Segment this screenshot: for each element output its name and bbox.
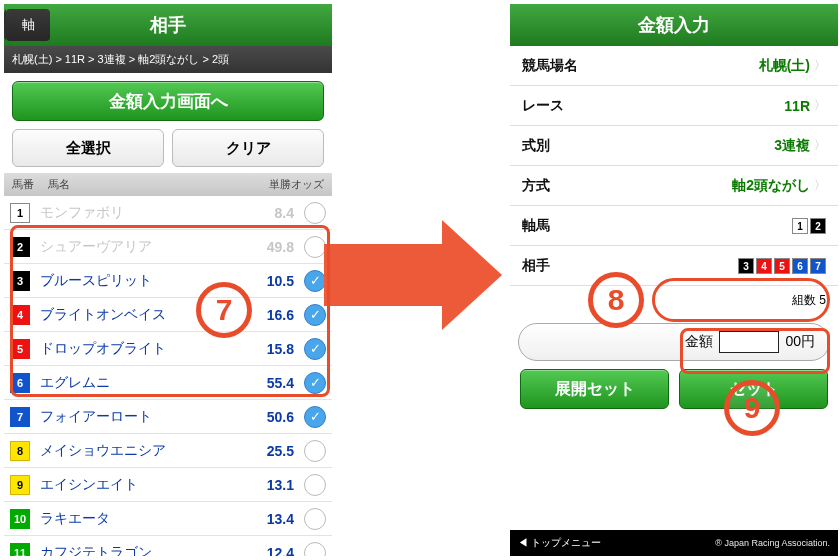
select-toggle[interactable]	[304, 542, 326, 557]
horse-number: 9	[10, 475, 30, 495]
summary-value: 11R	[564, 98, 810, 114]
horse-row[interactable]: 8メイショウエニシア25.5	[4, 434, 332, 468]
summary-row[interactable]: 式別3連複〉	[510, 126, 838, 166]
th-num: 馬番	[12, 177, 48, 192]
callout-badge-8: 8	[588, 272, 644, 328]
axis-label: 軸馬	[522, 217, 550, 235]
summary-value: 3連複	[550, 137, 810, 155]
horse-row[interactable]: 10ラキエータ13.4	[4, 502, 332, 536]
horse-name: モンファボリ	[40, 204, 246, 222]
left-header: 軸 相手	[4, 4, 332, 46]
horse-number: 7	[10, 407, 30, 427]
summary-row[interactable]: 方式軸2頭ながし〉	[510, 166, 838, 206]
th-name: 馬名	[48, 177, 260, 192]
summary-value: 札幌(土)	[578, 57, 810, 75]
back-button[interactable]: 軸	[6, 9, 50, 41]
axis-row: 軸馬 12	[510, 206, 838, 246]
chevron-right-icon: 〉	[814, 177, 826, 194]
horse-odds: 8.4	[246, 205, 300, 221]
expand-set-button[interactable]: 展開セット	[520, 369, 669, 409]
select-toggle[interactable]	[304, 508, 326, 530]
to-amount-button[interactable]: 金額入力画面へ	[12, 81, 324, 121]
chevron-right-icon: 〉	[814, 137, 826, 154]
arrow-icon	[324, 220, 514, 330]
chevron-right-icon: 〉	[814, 97, 826, 114]
callout-box-7	[10, 225, 330, 397]
table-header: 馬番 馬名 単勝オッズ	[4, 173, 332, 196]
summary-row[interactable]: 競馬場名札幌(土)〉	[510, 46, 838, 86]
horse-number: 10	[10, 509, 30, 529]
right-header: 金額入力	[510, 4, 838, 46]
horse-name: エイシンエイト	[40, 476, 246, 494]
number-chip: 4	[756, 258, 772, 274]
horse-number: 1	[10, 203, 30, 223]
clear-button[interactable]: クリア	[172, 129, 324, 167]
summary-key: 競馬場名	[522, 57, 578, 75]
select-toggle[interactable]	[304, 202, 326, 224]
summary-value: 軸2頭ながし	[550, 177, 810, 195]
horse-odds: 13.1	[246, 477, 300, 493]
select-all-button[interactable]: 全選択	[12, 129, 164, 167]
footer: ◀ トップメニュー ® Japan Racing Association.	[510, 530, 838, 556]
horse-odds: 25.5	[246, 443, 300, 459]
horse-row[interactable]: 11カフジテトラゴン12.4	[4, 536, 332, 556]
callout-box-9	[680, 328, 830, 374]
right-title: 金額入力	[510, 13, 838, 37]
chevron-right-icon: 〉	[814, 57, 826, 74]
select-toggle[interactable]	[304, 474, 326, 496]
horse-row[interactable]: 7フォイアーロート50.6✓	[4, 400, 332, 434]
summary-key: 式別	[522, 137, 550, 155]
horse-odds: 12.4	[246, 545, 300, 557]
horse-name: ラキエータ	[40, 510, 246, 528]
number-chip: 3	[738, 258, 754, 274]
number-chip: 6	[792, 258, 808, 274]
summary-key: 方式	[522, 177, 550, 195]
footer-top-menu[interactable]: ◀ トップメニュー	[518, 536, 715, 550]
number-chip: 2	[810, 218, 826, 234]
callout-badge-7: 7	[196, 282, 252, 338]
horse-odds: 13.4	[246, 511, 300, 527]
th-odds: 単勝オッズ	[260, 177, 324, 192]
horse-name: カフジテトラゴン	[40, 544, 246, 557]
horse-row[interactable]: 9エイシンエイト13.1	[4, 468, 332, 502]
footer-copyright: ® Japan Racing Association.	[715, 538, 830, 548]
select-toggle[interactable]: ✓	[304, 406, 326, 428]
horse-number: 11	[10, 543, 30, 557]
horse-odds: 50.6	[246, 409, 300, 425]
select-toggle[interactable]	[304, 440, 326, 462]
horse-name: メイショウエニシア	[40, 442, 246, 460]
number-chip: 1	[792, 218, 808, 234]
callout-badge-9: 9	[724, 380, 780, 436]
summary-key: レース	[522, 97, 564, 115]
breadcrumb: 札幌(土) > 11R > 3連複 > 軸2頭ながし > 2頭	[4, 46, 332, 73]
horse-number: 8	[10, 441, 30, 461]
callout-box-8	[652, 278, 830, 322]
number-chip: 5	[774, 258, 790, 274]
summary-row[interactable]: レース11R〉	[510, 86, 838, 126]
left-title: 相手	[4, 13, 332, 37]
opponent-label: 相手	[522, 257, 550, 275]
horse-name: フォイアーロート	[40, 408, 246, 426]
number-chip: 7	[810, 258, 826, 274]
